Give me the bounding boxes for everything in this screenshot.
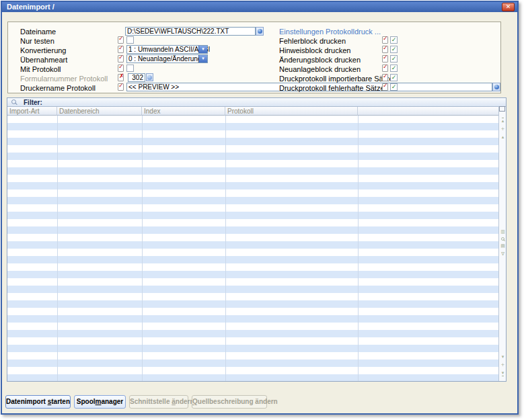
- dropdown-arrow-icon[interactable]: ▼: [198, 55, 207, 62]
- formularnummer-label: Formularnummer Protokoll: [20, 75, 108, 83]
- filter-label: Filter:: [24, 99, 42, 106]
- column-header-protokoll[interactable]: Protokoll: [225, 107, 358, 116]
- aenderungsblock-checkbox[interactable]: ✓: [390, 55, 398, 62]
- protokolldruck-settings-link[interactable]: Einstellungen Protokolldruck ...: [279, 28, 381, 36]
- grid-block: Filter: Import-Art Datenbereich Index Pr…: [7, 97, 507, 382]
- dateiname-value: D:\SEDEV\WFLTAUSCH\222.TXT: [127, 28, 229, 35]
- grid-search-icon[interactable]: [501, 237, 504, 241]
- matchcode-gem-icon: [494, 85, 499, 89]
- column-separator: [142, 116, 143, 381]
- fehlerblock-edit-icon[interactable]: ✓: [382, 36, 388, 44]
- hinweisblock-edit-icon[interactable]: ✓: [382, 46, 388, 53]
- konvertierung-label: Konvertierung: [20, 46, 67, 54]
- goto-record-icon[interactable]: ▤: [500, 243, 505, 249]
- close-icon: ✕: [506, 3, 511, 10]
- grid-body[interactable]: [7, 116, 498, 381]
- fehlerhafte-saetze-checkbox[interactable]: ✓: [390, 83, 398, 91]
- neuanlageblock-checkbox[interactable]: ✓: [390, 65, 398, 72]
- datenimport-starten-button[interactable]: Datenimport starten: [5, 395, 71, 409]
- hinweisblock-label: Hinweisblock drucken: [279, 46, 350, 54]
- scroll-to-first-icon[interactable]: ▴: [502, 118, 504, 124]
- matchcode-gem-icon: [147, 75, 152, 80]
- dropdown-arrow-icon[interactable]: ▼: [198, 46, 207, 53]
- column-header-empty[interactable]: [358, 107, 498, 116]
- hinweisblock-checkbox[interactable]: ✓: [390, 46, 398, 53]
- window-titlebar[interactable]: Datenimport /: [2, 2, 517, 12]
- nur-testen-edit-icon[interactable]: ✓: [118, 36, 124, 44]
- screen: Datenimport / ✕ Dateiname D:\SEDEV\WFLTA…: [0, 0, 524, 420]
- column-separator: [358, 116, 359, 381]
- formularnummer-value: 302: [132, 74, 143, 81]
- nur-testen-checkbox[interactable]: [126, 36, 134, 44]
- scroll-page-down-icon[interactable]: +: [501, 362, 505, 368]
- fehlerhafte-saetze-label: Druckprotokoll fehlerhafte Sätze: [279, 84, 385, 92]
- column-separator: [225, 116, 226, 381]
- scroll-page-up-icon[interactable]: +: [501, 126, 505, 132]
- column-separator: [57, 116, 58, 381]
- schnittstelle-aendern-button[interactable]: Schnittstelle ändern: [129, 395, 188, 409]
- formularnummer-locked-icon: ✗: [118, 74, 124, 81]
- importierbare-saetze-label: Druckprotokoll importierbare Sätze: [279, 75, 393, 83]
- uebernahmeart-value: 0 : Neuanlage/Änderung: [128, 55, 201, 62]
- quellbeschreibung-aendern-button[interactable]: Quellbeschreibung ändern: [192, 395, 267, 409]
- nur-testen-label: Nur testen: [20, 37, 54, 45]
- fehlerblock-label: Fehlerblock drucken: [279, 37, 346, 45]
- dateiname-label: Dateiname: [20, 28, 56, 36]
- druckername-value: << PREVIEW >>: [128, 83, 179, 91]
- konvertierung-edit-icon[interactable]: ✓: [118, 46, 124, 53]
- aenderungsblock-label: Änderungsblock drucken: [279, 56, 361, 64]
- scroll-bottom-group: ▾ + ▾: [499, 354, 507, 376]
- columns-icon[interactable]: ▥: [500, 229, 505, 235]
- column-chooser-icon[interactable]: [500, 108, 505, 112]
- grid-filter-icon[interactable]: ∇: [501, 251, 504, 257]
- grid-side-toolbar: ▴ + ▴ ▥ ▤ ∇ ▾ + ▾: [498, 107, 506, 381]
- grid-header: Import-Art Datenbereich Index Protokoll: [7, 107, 498, 116]
- druckername-edit-icon[interactable]: ✓: [118, 83, 124, 91]
- formularnummer-matchcode-button[interactable]: [146, 73, 153, 81]
- scroll-down-icon[interactable]: ▾: [502, 354, 504, 360]
- neuanlageblock-label: Neuanlageblock drucken: [279, 65, 361, 73]
- uebernahmeart-label: Übernahmeart: [20, 56, 67, 64]
- aenderungsblock-edit-icon[interactable]: ✓: [382, 55, 388, 62]
- grid-tools-group: ▥ ▤ ∇: [499, 229, 507, 257]
- uebernahmeart-select[interactable]: 0 : Neuanlage/Änderung ▼: [126, 54, 208, 63]
- form-panel: Dateiname D:\SEDEV\WFLTAUSCH\222.TXT Nur…: [7, 22, 501, 93]
- fehlerhafte-saetze-edit-icon[interactable]: ✓: [382, 83, 388, 91]
- scroll-top-group: ▴ + ▴: [499, 118, 507, 140]
- konvertierung-value: 1 : Umwandeln ASCII/ANSI: [128, 46, 210, 53]
- close-button[interactable]: ✕: [502, 3, 515, 11]
- neuanlageblock-edit-icon[interactable]: ✓: [382, 65, 388, 72]
- datenimport-window: Datenimport / ✕ Dateiname D:\SEDEV\WFLTA…: [1, 1, 519, 415]
- column-header-datenbereich[interactable]: Datenbereich: [57, 107, 142, 116]
- dateiname-matchcode-button[interactable]: [256, 27, 264, 36]
- window-title: Datenimport /: [2, 2, 54, 12]
- filter-search-icon[interactable]: [11, 99, 16, 104]
- formularnummer-input[interactable]: 302: [128, 73, 145, 82]
- druckername-label: Druckername Protokoll: [20, 84, 96, 92]
- column-header-import-art[interactable]: Import-Art: [7, 107, 57, 116]
- konvertierung-select[interactable]: 1 : Umwandeln ASCII/ANSI ▼: [126, 45, 208, 54]
- mit-protokoll-label: Mit Protokoll: [20, 65, 61, 73]
- spoolmanager-button[interactable]: Spoolmanager: [74, 395, 126, 409]
- matchcode-gem-icon: [258, 29, 262, 34]
- scroll-up-icon[interactable]: ▴: [502, 134, 504, 140]
- mit-protokoll-edit-icon[interactable]: ✓: [118, 65, 124, 72]
- importierbare-saetze-edit-icon[interactable]: ✓: [382, 74, 388, 81]
- filter-bar[interactable]: Filter:: [7, 98, 506, 107]
- dateiname-input[interactable]: D:\SEDEV\WFLTAUSCH\222.TXT: [125, 27, 256, 36]
- druckername-matchcode-button[interactable]: [492, 83, 500, 91]
- column-header-index[interactable]: Index: [142, 107, 225, 116]
- importierbare-saetze-checkbox[interactable]: ✓: [390, 74, 398, 81]
- uebernahmeart-edit-icon[interactable]: ✓: [118, 55, 124, 62]
- scroll-to-last-icon[interactable]: ▾: [502, 370, 504, 376]
- mit-protokoll-checkbox[interactable]: [126, 65, 134, 72]
- fehlerblock-checkbox[interactable]: ✓: [390, 36, 398, 44]
